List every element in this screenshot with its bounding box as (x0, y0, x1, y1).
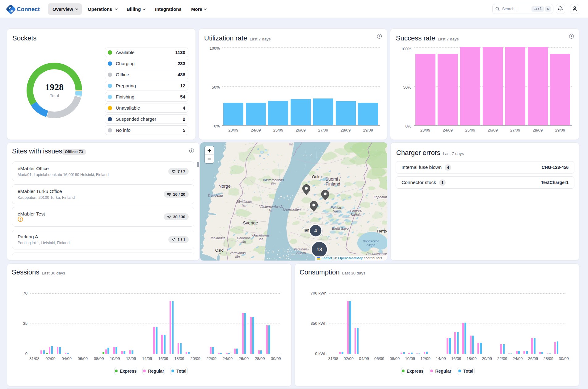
svg-text:Värmlands: Värmlands (229, 251, 246, 255)
svg-text:Ладожское: Ладожское (362, 239, 379, 243)
svg-text:Sverige: Sverige (243, 220, 258, 225)
svg-text:Leaflet: Leaflet (321, 256, 332, 260)
svg-text:Innlandet: Innlandet (211, 236, 225, 240)
svg-text:Jämtlands: Jämtlands (236, 200, 252, 203)
svg-text:Петроза: Петроза (377, 229, 387, 233)
svg-text:Oulu: Oulu (312, 174, 320, 179)
svg-text:län: län (242, 240, 246, 244)
svg-text:Pohjois-: Pohjois- (350, 209, 362, 213)
svg-text:M: M (10, 9, 14, 13)
svg-text:Suomi /: Suomi / (325, 177, 341, 182)
svg-text:län: län (271, 182, 276, 186)
svg-text:Карелия: Карелия (374, 195, 387, 199)
svg-text:Norge: Norge (218, 184, 231, 189)
svg-text:län: län (235, 255, 240, 258)
svg-text:Västernorrlands: Västernorrlands (259, 205, 283, 208)
svg-text:Savo: Savo (333, 209, 340, 213)
svg-text:Västerbottens: Västerbottens (263, 178, 284, 182)
svg-text:Karjala: Karjala (351, 213, 361, 216)
svg-text:län: län (242, 203, 246, 207)
svg-text:Dalarnas: Dalarnas (237, 236, 251, 240)
svg-text:Gävleborgs: Gävleborgs (252, 233, 270, 237)
svg-text:OpenStreetMap: OpenStreetMap (338, 256, 363, 260)
svg-text:Suomi: Suomi (296, 251, 306, 255)
svg-text:13: 13 (317, 247, 322, 252)
svg-text:contributors: contributors (364, 256, 382, 260)
svg-text:Varsinais-: Varsinais- (294, 247, 309, 251)
svg-text:Trøndelag: Trøndelag (208, 194, 223, 197)
svg-text:län: län (289, 142, 293, 146)
svg-text:Pohjois-: Pohjois- (330, 206, 343, 209)
svg-text:Ленинградская: Ленинградская (366, 252, 387, 256)
svg-text:län: län (259, 237, 263, 241)
svg-text:озеро: озеро (367, 243, 375, 247)
svg-text:Finland: Finland (326, 182, 340, 186)
svg-text:Etelä-Savo: Etelä-Savo (332, 227, 349, 230)
svg-text:4: 4 (314, 228, 317, 233)
svg-text:län: län (269, 208, 274, 212)
svg-text:| ©: | © (333, 256, 337, 260)
svg-text:Österbotten: Österbotten (283, 207, 300, 211)
svg-text:Oslo: Oslo (215, 248, 224, 253)
